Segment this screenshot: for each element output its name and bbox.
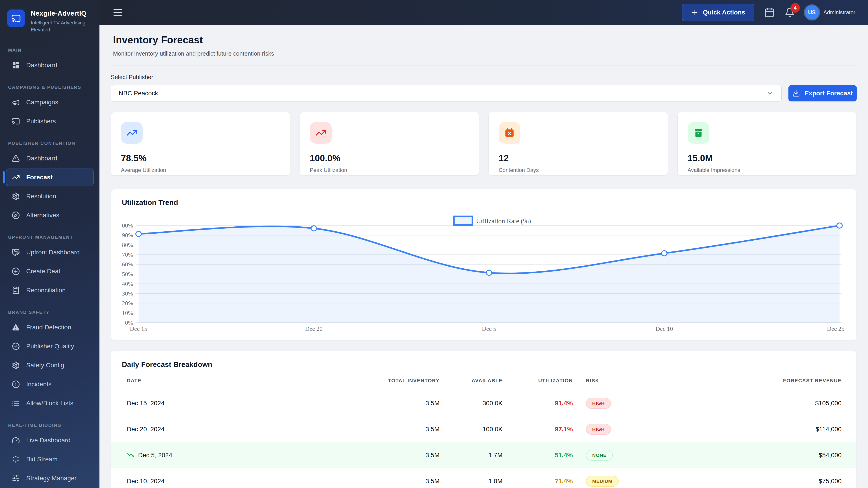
alert-triangle-filled-icon (12, 323, 20, 331)
calendar-button[interactable] (764, 7, 775, 18)
export-forecast-label: Export Forecast (804, 90, 852, 97)
column-header-forecast-revenue: FORECAST REVENUE (707, 378, 857, 390)
sidebar-item-safety-config[interactable]: Safety Config (6, 357, 94, 374)
svg-text:Dec 15: Dec 15 (130, 325, 147, 332)
sidebar-item-bid-stream[interactable]: Bid Stream (6, 451, 94, 468)
sidebar-item-forecast[interactable]: Forecast (6, 168, 94, 186)
menu-icon (112, 7, 123, 18)
plus-icon (691, 8, 699, 16)
publisher-select-value: NBC Peacock (119, 90, 158, 97)
notifications-button[interactable]: 4 (784, 7, 795, 18)
stat-label: Peak Utilization (310, 167, 469, 173)
svg-text:100%: 100% (122, 222, 133, 229)
sidebar-item-strategy-manager[interactable]: Strategy Manager (6, 469, 94, 487)
sidebar-item-publishers[interactable]: Publishers (6, 112, 94, 130)
sidebar-section-label: MAIN (8, 48, 91, 53)
badge-check-icon (12, 342, 20, 350)
cell-date: Dec 5, 2024 (138, 452, 172, 459)
sidebar-section-main: MAINDashboard (0, 42, 99, 79)
sidebar-item-reconciliation[interactable]: Reconciliation (6, 282, 94, 299)
stat-value: 12 (499, 153, 658, 163)
column-header-utilization: UTILIZATION (502, 378, 573, 390)
sidebar-item-label: Publishers (26, 118, 56, 125)
cell-date: Dec 20, 2024 (127, 426, 164, 433)
daily-forecast-card: Daily Forecast Breakdown DATETOTAL INVEN… (111, 351, 857, 488)
sidebar-item-upfront-dashboard[interactable]: Upfront Dashboard (6, 243, 94, 261)
stat-label: Available Impressions (688, 167, 847, 173)
sidebar-item-label: Forecast (26, 174, 53, 181)
sidebar-section-label: REAL-TIME BIDDING (8, 423, 91, 428)
stat-card-peak-utilization: 100.0%Peak Utilization (300, 112, 479, 175)
topbar: Quick Actions 4 US Administrator (99, 0, 868, 25)
table-row: Dec 20, 20243.5M100.0K97.1%HIGH$114,000 (111, 416, 857, 442)
svg-text:30%: 30% (122, 290, 133, 297)
sidebar-item-publisher-quality[interactable]: Publisher Quality (6, 337, 94, 355)
cell-available: 1.7M (439, 442, 502, 468)
plus-circle-icon (12, 267, 20, 275)
cast-icon (12, 117, 20, 125)
sidebar-item-label: Alternatives (26, 212, 59, 219)
cell-available: 300.0K (439, 390, 502, 416)
sidebar-item-label: Resolution (26, 193, 56, 200)
cell-date: Dec 15, 2024 (127, 400, 164, 407)
user-menu[interactable]: US Administrator (805, 5, 855, 20)
trending-up-icon (12, 173, 20, 182)
stats-row: 78.5%Average Utilization100.0%Peak Utili… (111, 112, 857, 175)
sidebar-item-create-deal[interactable]: Create Deal (6, 263, 94, 280)
settings-icon (12, 361, 20, 369)
sidebar-item-label: Dashboard (26, 62, 57, 69)
export-forecast-button[interactable]: Export Forecast (788, 85, 857, 101)
svg-text:20%: 20% (122, 300, 133, 306)
stat-label: Contention Days (499, 167, 658, 173)
forecast-table: DATETOTAL INVENTORYAVAILABLEUTILIZATIONR… (111, 378, 857, 488)
cell-utilization: 97.1% (555, 426, 573, 433)
sidebar-item-campaigns[interactable]: Campaigns (6, 94, 94, 111)
svg-text:60%: 60% (122, 261, 133, 267)
svg-text:Dec 10: Dec 10 (655, 325, 673, 332)
megaphone-icon (12, 98, 20, 106)
table-row: Dec 10, 20243.5M1.0M71.4%MEDIUM$75,000 (111, 468, 857, 488)
sidebar-item-label: Live Dashboard (26, 437, 70, 444)
trending-up-icon (310, 122, 332, 144)
publisher-select[interactable]: NBC Peacock (111, 85, 782, 101)
chevron-down-icon (766, 90, 774, 97)
stat-card-contention-days: 12Contention Days (489, 112, 668, 175)
column-header-risk: RISK (573, 378, 707, 390)
sidebar-item-label: Safety Config (26, 362, 64, 369)
svg-text:50%: 50% (122, 271, 133, 277)
sidebar-item-dashboard[interactable]: Dashboard (6, 57, 94, 74)
sidebar-item-label: Upfront Dashboard (26, 249, 80, 256)
menu-button[interactable] (112, 7, 123, 18)
cell-utilization: 51.4% (555, 452, 573, 459)
sidebar-item-incidents[interactable]: Incidents (6, 376, 94, 393)
sidebar-item-live-dashboard[interactable]: Live Dashboard (6, 431, 94, 449)
sidebar-item-dashboard[interactable]: Dashboard (6, 150, 94, 167)
stat-value: 78.5% (121, 153, 280, 163)
brand-logo (7, 9, 25, 27)
table-row: Dec 15, 20243.5M300.0K91.4%HIGH$105,000 (111, 390, 857, 416)
brand-tagline: Intelligent TV Advertising, Elevated (31, 20, 92, 33)
download-icon (792, 90, 800, 97)
quick-actions-button[interactable]: Quick Actions (682, 4, 754, 21)
alert-circle-icon (12, 380, 20, 388)
svg-text:0%: 0% (125, 319, 133, 326)
sidebar-item-alternatives[interactable]: Alternatives (6, 206, 94, 224)
sidebar-item-allow-block-lists[interactable]: Allow/Block Lists (6, 394, 94, 412)
table-row: Dec 5, 20243.5M1.7M51.4%NONE$54,000 (111, 442, 857, 468)
stat-card-available-impressions: 15.0MAvailable Impressions (677, 112, 857, 175)
cell-utilization: 71.4% (555, 478, 573, 485)
sidebar-item-resolution[interactable]: Resolution (6, 188, 94, 205)
svg-text:Dec 20: Dec 20 (305, 325, 322, 332)
column-header-available: AVAILABLE (439, 378, 502, 390)
sidebar-item-fraud-detection[interactable]: Fraud Detection (6, 319, 94, 336)
sidebar-nav: MAINDashboardCAMPAIGNS & PUBLISHERSCampa… (0, 42, 99, 488)
avatar[interactable]: US (805, 5, 819, 20)
cell-total-inventory: 3.5M (335, 468, 439, 488)
svg-text:40%: 40% (122, 281, 133, 287)
cell-date: Dec 10, 2024 (127, 478, 164, 485)
receipt-icon (12, 286, 20, 294)
calendar-x-icon (499, 122, 520, 144)
sidebar-item-label: Allow/Block Lists (26, 400, 73, 407)
svg-text:Dec 5: Dec 5 (482, 325, 496, 332)
cell-total-inventory: 3.5M (335, 416, 439, 442)
